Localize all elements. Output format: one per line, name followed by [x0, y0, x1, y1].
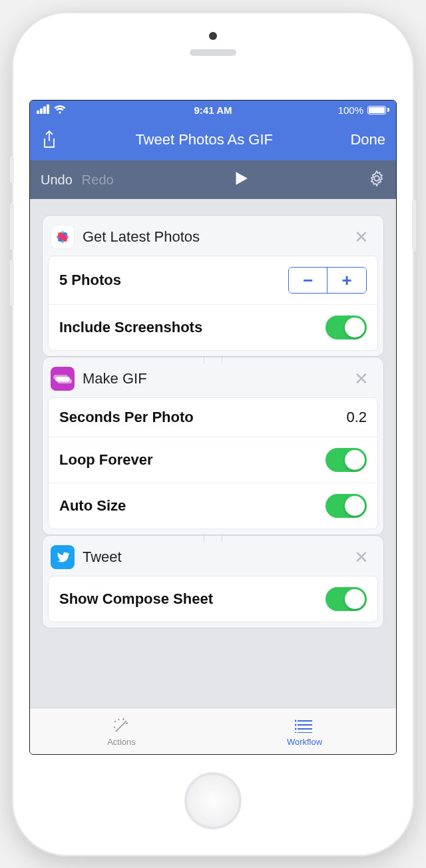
nav-bar: Tweet Photos As GIF Done	[30, 119, 396, 160]
action-get-latest-photos[interactable]: Get Latest Photos ✕ 5 Photos − + Include…	[42, 215, 384, 357]
action-make-gif[interactable]: Make GIF ✕ Seconds Per Photo 0.2 Loop Fo…	[42, 357, 384, 535]
status-bar: 9:41 AM 100%	[30, 101, 396, 119]
make-gif-icon	[51, 367, 75, 391]
volume-down-button	[10, 260, 14, 306]
status-time: 9:41 AM	[103, 105, 323, 116]
workflow-canvas[interactable]: Get Latest Photos ✕ 5 Photos − + Include…	[30, 199, 396, 708]
svg-point-15	[295, 732, 297, 733]
auto-size-row: Auto Size	[49, 483, 377, 529]
share-button[interactable]	[41, 130, 58, 150]
action-title: Make GIF	[83, 370, 350, 387]
speaker-slot	[190, 49, 236, 56]
phone-frame: 9:41 AM 100% Tweet Photos As GIF Done Un…	[13, 13, 413, 855]
tab-actions[interactable]: Actions	[30, 708, 213, 754]
photo-count-stepper[interactable]: − +	[288, 267, 367, 294]
seconds-label: Seconds Per Photo	[59, 409, 194, 426]
cellular-signal-icon	[37, 105, 50, 116]
page-title: Tweet Photos As GIF	[58, 131, 350, 148]
svg-point-14	[295, 728, 297, 730]
remove-action-button[interactable]: ✕	[350, 369, 373, 389]
loop-label: Loop Forever	[59, 451, 153, 469]
play-button[interactable]	[114, 170, 367, 190]
wand-icon	[112, 716, 132, 735]
wifi-icon	[54, 105, 66, 116]
screen: 9:41 AM 100% Tweet Photos As GIF Done Un…	[29, 100, 397, 755]
redo-button: Redo	[82, 172, 114, 188]
stepper-plus[interactable]: +	[327, 268, 366, 293]
power-button	[412, 200, 416, 252]
remove-action-button[interactable]: ✕	[350, 227, 373, 248]
settings-button[interactable]	[367, 170, 385, 190]
action-title: Get Latest Photos	[83, 228, 350, 246]
photo-count-row: 5 Photos − +	[49, 256, 377, 305]
loop-forever-row: Loop Forever	[49, 437, 377, 483]
loop-forever-toggle[interactable]	[325, 448, 367, 472]
tab-actions-label: Actions	[107, 737, 136, 747]
photos-app-icon	[51, 225, 75, 249]
include-screenshots-row: Include Screenshots	[49, 305, 377, 350]
undo-button[interactable]: Undo	[41, 172, 73, 188]
action-title: Tweet	[83, 548, 350, 566]
svg-point-12	[295, 720, 297, 722]
include-screenshots-label: Include Screenshots	[59, 319, 202, 336]
remove-action-button[interactable]: ✕	[350, 547, 373, 568]
done-button[interactable]: Done	[350, 131, 385, 148]
include-screenshots-toggle[interactable]	[325, 316, 367, 339]
compose-label: Show Compose Sheet	[59, 590, 213, 608]
tab-workflow-label: Workflow	[287, 737, 322, 747]
volume-up-button	[10, 203, 14, 250]
photo-count-label: 5 Photos	[59, 272, 121, 289]
show-compose-sheet-toggle[interactable]	[325, 587, 367, 611]
home-button[interactable]	[184, 772, 242, 829]
show-compose-sheet-row: Show Compose Sheet	[49, 576, 377, 622]
twitter-icon	[51, 545, 75, 569]
seconds-value: 0.2	[346, 409, 367, 426]
tool-strip: Undo Redo	[30, 160, 396, 199]
battery-percent: 100%	[338, 105, 363, 116]
action-tweet[interactable]: Tweet ✕ Show Compose Sheet	[42, 535, 384, 628]
tab-bar: Actions Workflow	[30, 708, 396, 754]
mute-switch	[10, 156, 14, 183]
autosize-label: Auto Size	[59, 497, 126, 515]
auto-size-toggle[interactable]	[325, 494, 367, 518]
camera-dot	[209, 32, 217, 40]
list-icon	[295, 716, 315, 735]
tab-workflow[interactable]: Workflow	[213, 708, 396, 754]
svg-point-13	[295, 724, 297, 726]
battery-icon	[367, 106, 389, 114]
stepper-minus[interactable]: −	[289, 268, 327, 293]
seconds-per-photo-row[interactable]: Seconds Per Photo 0.2	[49, 398, 377, 437]
